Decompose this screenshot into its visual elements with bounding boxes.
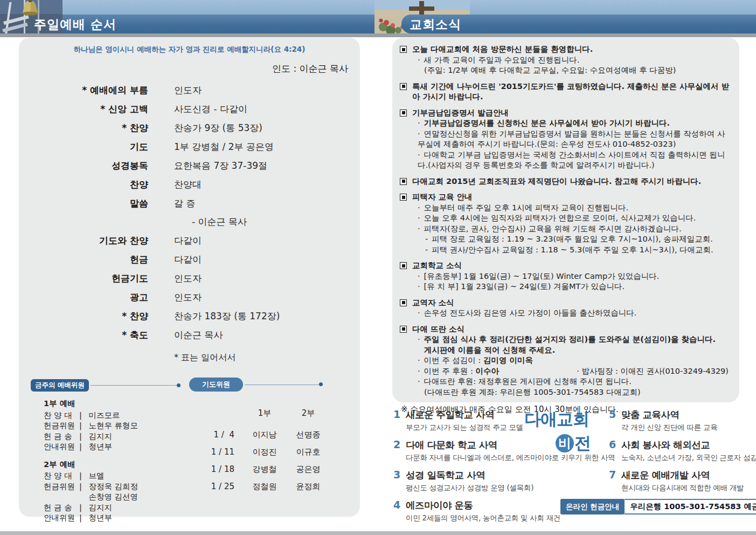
badge-lead-line [91,385,181,386]
text-segment: 피택자(장로, 권사, 안수집사) 교육을 위해 기도해 주시면 감사하겠습니다… [424,224,682,233]
news-item-content: 교회학교 소식·[유초등부] 1월 16일(금) ~ 17일(토) Winter… [412,260,731,292]
committee-divider: | [79,410,85,421]
order-item-value: 인도자 [174,291,202,303]
dot-bullet: · [418,224,420,233]
dot-bullet: · [418,119,420,127]
standing-note: * 표는 일어서서 [19,352,360,363]
vision-item-number: 1 [393,408,406,420]
church-news-panel: 오늘 다애교회에 처음 방문하신 분들을 환영합니다.·새 가족 교육이 주일과… [392,38,739,402]
order-item-label: * 찬양 [19,310,148,322]
dot-bullet: · [418,56,420,64]
text-segment: 다애 뜨란 소식 [412,325,464,333]
vision-item-number: 3 [393,469,406,481]
prayer-date: 1 / 25 [192,481,242,492]
dot-bullet: · [418,150,420,159]
committee-row: 찬 양 대| 미즈모르 [44,410,181,421]
vision-item-title: 새로운 예배개발 사역 [621,469,710,482]
order-item-label: 헌금기도 [19,272,148,284]
prayer-person-part1: 강병철 [242,464,287,475]
news-line: ·다애뜨란 후원: 재정후원은 게시판에 신청해 주시면 됩니다. [412,376,731,387]
news-line: ·연말정산신청을 위한 기부금납입증명서 발급을 원하시는 분들은 신청서를 작… [412,129,731,150]
committee-role: 찬 양 대 [44,471,79,482]
committee-role: 안내위원 [44,513,79,524]
committee-row: 헌 금 송| 김지지 [44,431,181,442]
worship-committee-list: 1부 예배찬 양 대| 미즈모르헌금위원| 노현우 류형모헌 금 송| 김지지안… [31,399,181,524]
order-item-value: 다같이 [174,235,202,246]
order-item-label: 헌금 [19,253,148,265]
committee-row: 헌금위원| 장정욱 김희정 [44,482,181,492]
news-line: -피택 권사/안수집사 교육일정 : 1.18 ~ 5.3(매주 주일 오후 1… [412,245,731,256]
vision-section: 1새로운 주일학교 사역부모가 교사가 되는 성경적 주교 모델2다애 다문화 … [393,408,756,531]
news-line-right: · 밥사팀장 : 이애진 권사(010-3249-4329) [577,366,729,377]
text-segment: 다애뜨란 후원: 재정후원은 게시판에 신청해 주시면 됩니다. [424,377,632,386]
square-bullet-icon [400,299,407,306]
news-item: 기부금납입증명서 발급안내·기부금납입증명서를 신청하신 분은 사무실에서 받아… [400,108,731,171]
worship-order-row: * 찬양찬송가 183장 (통 172장) [19,310,360,322]
prayer-header-part1: 1부 [242,408,287,423]
news-line: ·피택자(장로, 권사, 안수집사) 교육을 위해 기도해 주시면 감사하겠습니… [412,224,731,235]
vision-item: 5맞춤 교육사역각 개인 신앙 진단에 따른 교육 [609,408,756,433]
order-item-label: 기도 [19,141,148,153]
prayer-date: 1 / 11 [192,447,242,457]
worship-order-row: * 신앙 고백사도신경 - 다같이 [19,103,360,115]
vision-item-head: 3성경 일독학교 사역 [393,469,610,482]
dot-bullet: · [418,214,420,222]
text-segment: 연말정산신청을 위한 기부금납입증명서 발급을 원하시는 분들은 신청서를 작성… [418,129,725,149]
committee-person: 노현우 류형모 [89,421,138,431]
vision-item-title: 새로운 주일학교 사역 [406,408,494,421]
committee-person: 장정욱 김희정 [89,482,138,492]
text-segment: 오늘 다애교회에 처음 방문하신 분들을 환영합니다. [412,45,593,53]
dot-bullet: · [418,367,420,375]
worship-order-row: 기도와 찬양다같이 [19,235,360,246]
news-item: 다애교회 2015년 교회조직표와 제직명단이 나왔습니다. 참고해 주시기 바… [400,176,731,187]
text-segment: 새 가족 교육이 주일과 수요일에 진행됩니다. [424,56,580,64]
committee-divider: | [79,513,85,524]
order-item-label: 광고 [19,291,148,303]
news-line: ·새 가족 교육이 주일과 수요일에 진행됩니다. [412,55,731,66]
worship-order-row: * 찬양찬송가 9장 (통 53장) [19,122,360,134]
committee-part-title: 2부 예배 [44,459,181,470]
prayer-header-empty [192,408,242,423]
square-bullet-icon [400,194,407,201]
vision-logo-circle: 비 [556,434,574,452]
vision-item-title: 성경 일독학교 사역 [406,469,485,482]
vision-item-description: 노숙자, 소년소녀 가장, 외국인 근로자 섬김 [609,453,756,463]
order-item-value: 이순근 목사 [174,329,223,341]
text-segment: 이번 주 후원 : [424,367,476,375]
news-line: (주일: 1/2부 예배 후 다애학교 교무실, 수요일: 수요여성예배 후 다… [412,65,731,76]
text-segment: 교역자 소식 [412,298,454,307]
news-line-split: ·이번 주 후원 : 이수아· 밥사팀장 : 이애진 권사(010-3249-4… [412,366,731,377]
order-item-value: 갈 증- 이순근 목사 [174,197,247,228]
vision-item-number: 4 [393,499,406,511]
committee-divider: | [79,431,85,442]
vision-logo-rest: 전 [574,432,591,455]
prayer-committee-table: 1부2부1 / 4이지남선명종1 / 11이정진이규호1 / 18강병철공은영1… [192,408,323,492]
committee-part: 2부 예배찬 양 대| 브엘헌금위원| 장정욱 김희정| 손창영 김선영헌 금 … [31,459,181,524]
text-segment: 이수아 [475,367,499,375]
order-item-value: 요한복음 7장 37-39절 [174,160,267,172]
news-item-content: 다애 뜨란 소식·주일 점심 식사 후 정리(간단한 설거지와 정리)를 도와주… [412,324,731,398]
header-divider [0,33,756,37]
committee-role: 안내위원 [44,442,79,452]
news-line: ·손우성 전도사와 김은영 사모 가정이 아들을 출산하였습니다. [412,308,731,319]
news-line: (다애뜨란 후원 계좌: 우리은행 1005-301-754583 다애교회) [412,387,731,398]
news-item-title: 다애교회 2015년 교회조직표와 제직명단이 나왔습니다. 참고해 주시기 바… [412,176,731,187]
news-line: -피택 장로 교육일정 : 1.19 ~ 3.23(매주 월요일 오후 7시~1… [412,234,731,245]
news-line: ·오늘 오후 4시에는 임직자와 피택자가 연합으로 모이며, 식사교제가 있습… [412,213,731,224]
committee-divider: | [79,421,85,431]
vision-item-head: 6사회 봉사와 해외선교 [609,438,756,451]
worship-leader-line: 인도 : 이순근 목사 [19,63,360,75]
vision-item-number: 2 [393,438,406,450]
vision-item-number: 5 [609,408,621,420]
scripture-verse: 하나님은 영이시니 예배하는 자가 영과 진리로 예배할지니라(요 4:24) [19,38,360,54]
dot-bullet: · [418,272,420,280]
square-bullet-icon [400,46,407,53]
news-item-content: 교역자 소식·손우성 전도사와 김은영 사모 가정이 아들을 출산하였습니다. [412,298,731,319]
prayer-date: 1 / 18 [192,464,242,475]
vision-item-title: 맞춤 교육사역 [621,408,679,421]
text-segment: 다애교회 2015년 교회조직표와 제직명단이 나왔습니다. 참고해 주시기 바… [412,177,701,186]
committee-row: 헌 금 송| 김지지 [44,503,181,513]
prayer-person-part1: 정철원 [242,481,287,492]
committee-role: 찬 양 대 [44,410,79,421]
bulletin-header: 주일예배 순서 교회소식 [0,0,756,33]
